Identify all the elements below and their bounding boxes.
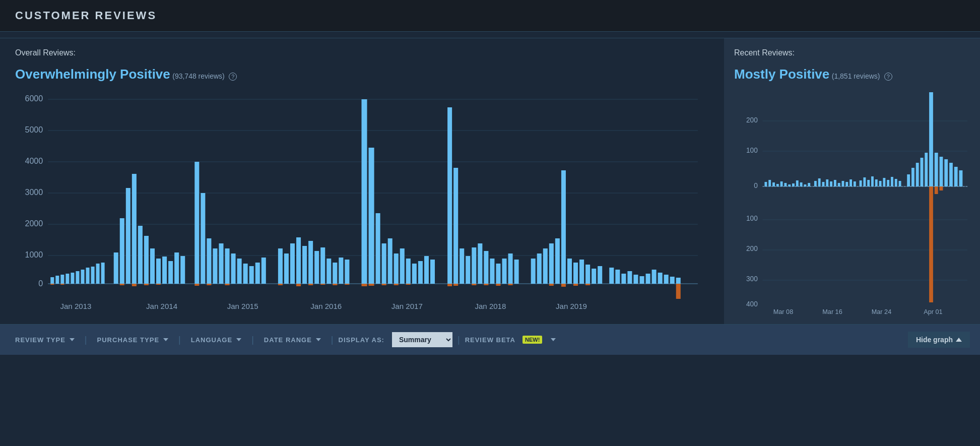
svg-rect-60 [320, 247, 325, 284]
svg-text:Mar 08: Mar 08 [773, 308, 793, 315]
svg-text:Jan 2016: Jan 2016 [310, 302, 342, 310]
svg-rect-87 [406, 284, 411, 285]
svg-rect-90 [460, 248, 464, 284]
y-label-1000: 1000 [25, 250, 43, 259]
svg-rect-75 [388, 238, 393, 284]
svg-rect-117 [598, 266, 602, 284]
display-as-select[interactable]: Summary Month Year [392, 332, 452, 347]
svg-rect-51 [207, 284, 211, 285]
svg-rect-98 [508, 253, 513, 284]
svg-rect-132 [670, 277, 675, 284]
purchase-type-button[interactable]: PURCHASE TYPE [92, 332, 174, 348]
svg-rect-15 [81, 270, 84, 284]
svg-rect-112 [567, 259, 572, 284]
overall-score-row: Overwhelmingly Positive (93,748 reviews)… [15, 67, 713, 82]
recent-count: (1,851 reviews) [832, 72, 880, 80]
svg-text:Mar 16: Mar 16 [822, 308, 842, 315]
svg-rect-31 [168, 261, 173, 284]
y-label-5000: 5000 [25, 125, 43, 134]
overall-chart-container: 6000 5000 4000 3000 2000 1000 0 [15, 87, 713, 319]
svg-rect-161 [780, 181, 783, 186]
svg-text:Mar 24: Mar 24 [872, 308, 891, 315]
svg-rect-124 [621, 274, 626, 284]
purchase-type-label: PURCHASE TYPE [97, 336, 160, 344]
svg-text:Jan 2019: Jan 2019 [556, 302, 587, 310]
svg-rect-176 [842, 181, 844, 186]
svg-rect-122 [609, 268, 614, 284]
svg-rect-202 [959, 170, 963, 186]
review-beta-chevron-icon [551, 338, 556, 341]
svg-text:Jan 2015: Jan 2015 [227, 302, 258, 310]
svg-rect-169 [814, 181, 817, 186]
svg-rect-168 [808, 183, 810, 186]
svg-rect-59 [314, 251, 319, 284]
svg-rect-109 [549, 243, 554, 284]
y-label-6000: 6000 [25, 94, 43, 103]
svg-rect-74 [382, 243, 386, 284]
svg-rect-106 [531, 259, 536, 284]
svg-rect-88 [447, 107, 452, 284]
svg-rect-108 [543, 248, 548, 284]
language-button[interactable]: LANGUAGE [186, 332, 246, 348]
svg-rect-157 [764, 182, 767, 186]
svg-rect-187 [887, 180, 889, 186]
svg-rect-171 [822, 182, 825, 186]
overall-help-icon[interactable]: ? [229, 73, 237, 81]
svg-rect-177 [845, 182, 848, 186]
svg-rect-134 [676, 284, 681, 299]
svg-rect-123 [615, 270, 620, 284]
svg-rect-197 [935, 153, 938, 186]
svg-rect-76 [394, 253, 399, 284]
recent-section: Recent Reviews: Mostly Positive (1,851 r… [723, 38, 980, 324]
svg-rect-48 [255, 263, 260, 284]
svg-rect-160 [776, 184, 779, 186]
svg-rect-39 [201, 193, 205, 284]
svg-rect-128 [646, 274, 650, 284]
svg-rect-129 [652, 270, 657, 284]
svg-rect-180 [860, 180, 862, 186]
svg-rect-89 [453, 168, 458, 284]
svg-rect-185 [879, 181, 882, 186]
svg-text:200: 200 [746, 116, 758, 124]
svg-rect-44 [231, 253, 236, 284]
svg-rect-18 [96, 264, 100, 284]
recent-chart-svg: 200 100 0 100 200 300 400 [734, 87, 970, 319]
svg-rect-107 [537, 253, 542, 284]
svg-rect-54 [284, 253, 289, 284]
recent-help-icon[interactable]: ? [884, 73, 892, 81]
svg-rect-81 [424, 256, 429, 284]
svg-rect-43 [225, 248, 230, 284]
svg-rect-167 [804, 184, 806, 186]
svg-rect-28 [150, 248, 155, 284]
svg-rect-37 [156, 284, 161, 285]
svg-rect-92 [472, 247, 476, 284]
page-title: CUSTOMER REVIEWS [15, 9, 157, 22]
svg-rect-67 [308, 284, 313, 285]
overall-section: Overall Reviews: Overwhelmingly Positive… [0, 38, 723, 324]
svg-rect-50 [194, 284, 199, 286]
svg-rect-111 [561, 170, 566, 284]
svg-rect-164 [792, 183, 795, 186]
date-range-button[interactable]: DATE RANGE [259, 332, 326, 348]
svg-rect-71 [361, 99, 367, 284]
svg-rect-162 [784, 183, 787, 186]
review-beta-label: REVIEW BETA [465, 336, 515, 344]
svg-text:Jan 2013: Jan 2013 [60, 302, 91, 310]
svg-rect-119 [561, 284, 566, 287]
hide-graph-button[interactable]: Hide graph [908, 332, 970, 348]
svg-rect-23 [120, 218, 124, 284]
svg-rect-204 [935, 186, 938, 194]
svg-rect-83 [361, 284, 367, 286]
svg-rect-113 [573, 263, 578, 284]
svg-rect-35 [132, 284, 137, 286]
svg-rect-205 [940, 186, 943, 190]
svg-text:Apr 01: Apr 01 [924, 308, 942, 315]
overall-header-row: Overall Reviews: [15, 48, 713, 59]
svg-rect-82 [430, 260, 435, 284]
svg-rect-40 [207, 238, 211, 284]
svg-rect-182 [867, 180, 870, 186]
svg-rect-163 [788, 184, 791, 186]
svg-text:Jan 2018: Jan 2018 [475, 302, 506, 310]
svg-rect-80 [418, 261, 423, 284]
review-type-button[interactable]: REVIEW TYPE [10, 332, 80, 348]
